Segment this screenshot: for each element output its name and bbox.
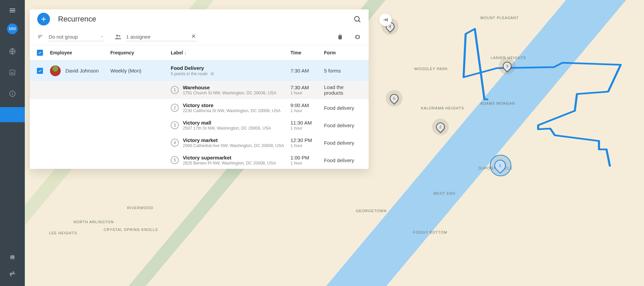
stop-row[interactable]: 2Victory store2230 California St NW, Was…	[30, 99, 369, 116]
map-pin-1[interactable]: 1	[492, 157, 508, 174]
close-icon	[191, 33, 197, 39]
map-pin-number: 1	[499, 163, 501, 168]
nav-history[interactable]	[0, 86, 25, 101]
clear-assignee-button[interactable]	[191, 33, 197, 39]
row-sublabel: 5 points in the route	[171, 72, 208, 76]
sort-down-icon: ↓	[184, 50, 187, 55]
stop-address: 2825 Benton Pl NW, Washington, DC 20008,…	[183, 161, 276, 165]
trash-icon	[336, 33, 344, 41]
stop-number: 1	[171, 86, 179, 94]
search-button[interactable]	[353, 15, 361, 23]
col-form[interactable]: Form	[324, 50, 361, 55]
stop-row[interactable]: 4Victory market2900 Cathedral Ave NW, Wa…	[30, 134, 369, 151]
chevron-down-icon	[100, 35, 104, 39]
stop-number: 3	[171, 121, 179, 129]
delete-button[interactable]	[336, 33, 344, 41]
recurrence-icon	[9, 111, 16, 118]
assignee-input[interactable]: 1 assignee	[126, 33, 197, 41]
map-label: RIVERWOOD	[127, 206, 153, 210]
stop-form: Load the products	[324, 84, 361, 96]
map-label: ADAMS MORGAN	[480, 101, 515, 105]
map-label: WOODLEY PARK	[414, 67, 448, 71]
map-pin-number: 4	[389, 25, 391, 29]
group-by-value: Do not group	[49, 34, 78, 40]
gear-icon	[354, 33, 361, 41]
nav	[0, 44, 25, 122]
col-label[interactable]: Label↓	[171, 50, 290, 55]
menu-icon[interactable]	[9, 7, 16, 14]
clock-icon	[9, 90, 16, 97]
bar-chart-icon	[9, 69, 16, 76]
map-pin-2[interactable]: 2	[434, 121, 447, 133]
stop-time: 9:00 AM	[290, 102, 324, 108]
col-frequency[interactable]: Frequency	[110, 50, 171, 55]
row-frequency: Weekly (Mon)	[110, 68, 171, 74]
settings-button[interactable]	[354, 33, 361, 41]
stop-row[interactable]: 5Victory supermarket2825 Benton Pl NW, W…	[30, 151, 369, 169]
stop-title: Victory mall	[183, 120, 271, 126]
stop-time: 1:00 PM	[290, 155, 324, 160]
stop-address: 2230 California St NW, Washington, DC 20…	[183, 108, 280, 113]
sidebar: MM	[0, 0, 25, 286]
nav-plugins[interactable]	[9, 270, 16, 278]
map-pin-number: 2	[439, 125, 441, 129]
map-label: NORTH ARLINGTON	[73, 220, 114, 224]
panel-title: Recurrence	[58, 15, 96, 23]
map-pin-number: 5	[393, 96, 395, 100]
row-label: Food Delivery	[171, 65, 290, 71]
svg-point-6	[355, 16, 359, 21]
svg-rect-2	[11, 73, 12, 74]
recurrence-row[interactable]: David Johnson Weekly (Mon) Food Delivery…	[30, 60, 369, 81]
stop-form: Food delivery	[324, 105, 361, 111]
sort-icon	[37, 33, 45, 41]
col-time[interactable]: Time	[290, 50, 324, 55]
user-avatar[interactable]: MM	[7, 23, 18, 34]
stop-address: 1751 Church St NW, Washington, DC 20036,…	[183, 91, 276, 95]
recurrence-panel: Recurrence Do not group 1 assignee	[30, 9, 369, 169]
globe-icon	[9, 48, 16, 55]
nav-globe[interactable]	[0, 44, 25, 59]
col-employee[interactable]: Employee	[50, 50, 110, 55]
search-icon	[353, 15, 361, 23]
stop-title: Warehouse	[183, 85, 276, 90]
map-pin-number: 3	[506, 64, 508, 68]
nav-vehicles[interactable]	[9, 253, 16, 261]
stop-row[interactable]: 3Victory mall2507 17th St NW, Washington…	[30, 116, 369, 134]
user-initials: MM	[9, 27, 16, 31]
svg-rect-3	[12, 72, 13, 74]
map-pin-5[interactable]: 5	[388, 92, 400, 105]
nav-analytics[interactable]	[0, 65, 25, 80]
map-label: CRYSTAL SPRING KNOLLS	[104, 228, 158, 232]
row-form: 5 forms	[324, 68, 361, 74]
map-label: GEORGETOWN	[356, 209, 387, 213]
select-all-checkbox[interactable]	[37, 50, 43, 56]
stop-time: 12:30 PM	[290, 137, 324, 143]
stop-title: Victory market	[183, 137, 284, 143]
map[interactable]: WOODLEY PARKKALORAMA HEIGHTSMOUNT PLEASA…	[25, 0, 644, 286]
employee-avatar	[50, 65, 61, 76]
panel-header: Recurrence	[30, 9, 369, 29]
stop-time: 11:30 AM	[290, 120, 324, 126]
stop-number: 5	[171, 156, 179, 164]
route-list-icon	[210, 72, 214, 76]
row-checkbox[interactable]	[37, 68, 43, 74]
group-by-select[interactable]: Do not group	[49, 33, 104, 41]
stop-form: Food delivery	[324, 123, 361, 128]
stop-title: Victory store	[183, 102, 280, 108]
nav-recurrence-active[interactable]	[0, 107, 25, 122]
stop-number: 2	[171, 104, 179, 112]
collapse-panel-button[interactable]	[379, 13, 392, 26]
stop-duration: 1 hour	[290, 143, 324, 148]
map-label: WEST END	[433, 191, 455, 195]
svg-rect-4	[13, 73, 14, 74]
people-icon	[114, 33, 122, 41]
stop-row[interactable]: 1Warehouse1751 Church St NW, Washington,…	[30, 81, 369, 99]
stop-form: Food delivery	[324, 157, 361, 163]
map-label: KALORAMA HEIGHTS	[421, 106, 464, 110]
map-label: MOUNT PLEASANT	[480, 16, 519, 20]
add-recurrence-button[interactable]	[37, 13, 50, 26]
map-pin-3[interactable]: 3	[501, 60, 514, 73]
svg-point-8	[119, 35, 120, 37]
stop-time: 7:30 AM	[290, 85, 324, 90]
stop-duration: 1 hour	[290, 161, 324, 165]
